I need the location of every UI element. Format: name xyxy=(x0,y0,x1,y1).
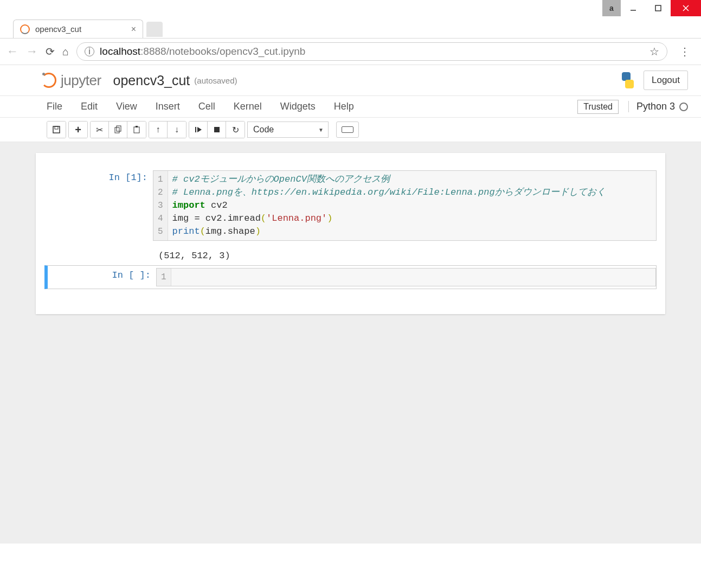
jupyter-menubar: File Edit View Insert Cell Kernel Widget… xyxy=(0,96,701,118)
browser-tab[interactable]: opencv3_cut × xyxy=(13,20,143,38)
menu-file[interactable]: File xyxy=(47,101,62,112)
input-prompt: In [1]: xyxy=(44,170,153,241)
notebook-name[interactable]: opencv3_cut xyxy=(113,73,190,88)
svg-rect-12 xyxy=(214,127,220,132)
svg-rect-6 xyxy=(115,127,119,133)
menu-cell[interactable]: Cell xyxy=(198,101,215,112)
autosave-status: (autosaved) xyxy=(194,76,237,85)
tab-close-icon[interactable]: × xyxy=(124,24,136,34)
code-input-area[interactable]: 1 2 3 4 5 # cv2モジュールからのOpenCV関数へのアクセス例 #… xyxy=(153,170,657,241)
home-button[interactable]: ⌂ xyxy=(62,46,69,58)
code-content[interactable]: # cv2モジュールからのOpenCV関数へのアクセス例 # Lenna.png… xyxy=(168,171,610,240)
svg-marker-11 xyxy=(197,127,202,132)
copy-button[interactable] xyxy=(109,122,127,138)
input-prompt: In [ ]: xyxy=(48,268,156,286)
run-button[interactable] xyxy=(189,122,208,138)
notebook: In [1]: 1 2 3 4 5 # cv2モジュールからのOpenCV関数へ… xyxy=(36,153,665,314)
forward-button[interactable]: → xyxy=(26,44,38,59)
close-button[interactable] xyxy=(671,0,701,16)
keyboard-icon xyxy=(342,126,353,133)
jupyter-logo[interactable]: jupyter xyxy=(41,72,101,89)
cell-type-select[interactable]: Code xyxy=(247,122,329,138)
svg-rect-7 xyxy=(117,126,121,131)
code-input-area[interactable]: 1 xyxy=(156,268,656,286)
menu-edit[interactable]: Edit xyxy=(81,101,98,112)
jupyter-page: jupyter opencv3_cut (autosaved) Logout F… xyxy=(0,65,701,544)
bookmark-star-icon[interactable]: ☆ xyxy=(649,45,659,58)
logout-button[interactable]: Logout xyxy=(644,71,688,90)
cut-button[interactable]: ✂ xyxy=(91,122,109,138)
menu-widgets[interactable]: Widgets xyxy=(280,101,316,112)
code-cell-2[interactable]: In [ ]: 1 xyxy=(44,265,657,289)
menu-view[interactable]: View xyxy=(116,101,137,112)
code-content[interactable] xyxy=(171,269,185,286)
svg-rect-8 xyxy=(134,127,139,133)
svg-rect-9 xyxy=(136,126,138,127)
tab-title: opencv3_cut xyxy=(35,24,81,34)
paste-button[interactable] xyxy=(127,122,146,138)
browser-tabstrip: opencv3_cut × xyxy=(0,16,701,38)
code-cell-1[interactable]: In [1]: 1 2 3 4 5 # cv2モジュールからのOpenCV関数へ… xyxy=(44,168,657,243)
move-down-button[interactable]: ↓ xyxy=(168,122,186,138)
save-button[interactable] xyxy=(47,122,66,138)
line-gutter: 1 2 3 4 5 xyxy=(153,171,168,240)
url-host: localhost xyxy=(100,46,140,57)
cell-1-output: (512, 512, 3) xyxy=(44,246,657,265)
maximize-button[interactable] xyxy=(646,0,671,16)
jupyter-toolbar: + ✂ ↑ ↓ ↻ Code xyxy=(0,118,701,142)
jupyter-brand-text: jupyter xyxy=(61,72,101,89)
svg-rect-10 xyxy=(195,127,196,132)
site-info-icon[interactable]: i xyxy=(85,47,94,56)
interrupt-button[interactable] xyxy=(208,122,226,138)
command-palette-button[interactable] xyxy=(336,122,359,138)
reload-button[interactable]: ⟳ xyxy=(46,45,55,58)
svg-rect-4 xyxy=(53,126,60,133)
svg-rect-1 xyxy=(655,5,661,11)
kernel-name: Python 3 xyxy=(636,101,675,112)
jupyter-favicon-icon xyxy=(20,24,30,34)
back-button[interactable]: ← xyxy=(7,44,18,59)
jupyter-logo-icon xyxy=(41,73,56,88)
insert-cell-button[interactable]: + xyxy=(69,122,87,138)
menu-help[interactable]: Help xyxy=(334,101,354,112)
address-bar[interactable]: i localhost:8888/notebooks/opencv3_cut.i… xyxy=(76,42,667,61)
cell-type-value: Code xyxy=(253,125,274,135)
window-titlebar: a xyxy=(0,0,701,16)
restart-button[interactable]: ↻ xyxy=(226,122,245,138)
trusted-indicator[interactable]: Trusted xyxy=(577,100,619,114)
menu-kernel[interactable]: Kernel xyxy=(234,101,262,112)
minimize-button[interactable] xyxy=(621,0,646,16)
notebook-container: In [1]: 1 2 3 4 5 # cv2モジュールからのOpenCV関数へ… xyxy=(0,142,701,544)
url-path: :8888/notebooks/opencv3_cut.ipynb xyxy=(140,46,305,57)
jupyter-header: jupyter opencv3_cut (autosaved) Logout xyxy=(0,65,701,96)
browser-toolbar: ← → ⟳ ⌂ i localhost:8888/notebooks/openc… xyxy=(0,38,701,65)
browser-menu-button[interactable]: ⋮ xyxy=(675,45,694,58)
line-gutter: 1 xyxy=(157,269,171,286)
app-badge: a xyxy=(602,0,621,16)
new-tab-button[interactable] xyxy=(146,22,163,37)
menu-insert[interactable]: Insert xyxy=(156,101,180,112)
python-logo-icon xyxy=(620,72,636,88)
kernel-idle-icon xyxy=(679,103,688,111)
kernel-indicator[interactable]: Python 3 xyxy=(628,101,688,112)
move-up-button[interactable]: ↑ xyxy=(149,122,168,138)
